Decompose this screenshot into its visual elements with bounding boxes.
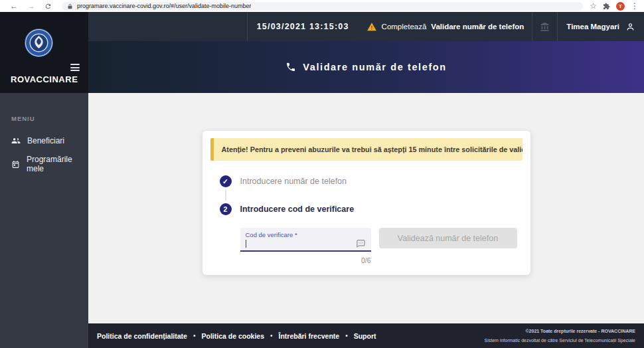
footer-link-faq[interactable]: Întrebări frecvente: [279, 332, 340, 340]
bookmark-star-icon[interactable]: ☆: [590, 2, 597, 10]
page-title: Validare număr de telefon: [303, 62, 446, 72]
browser-forward-icon[interactable]: →: [27, 2, 35, 10]
person-icon: [625, 22, 635, 32]
warning-triangle-icon: [366, 22, 377, 32]
sidebar-menu: MENIU Beneficiari Programările mele: [0, 93, 88, 178]
browser-chrome: ← → programare.vaccinare-covid.gov.ro/#/…: [0, 0, 644, 12]
footer-link-support[interactable]: Suport: [354, 332, 376, 340]
text-caret: [246, 240, 246, 248]
alert-prefix: Completează: [382, 23, 427, 31]
step-2-label: Introducere cod de verificare: [240, 205, 355, 214]
user-account-button[interactable]: Timea Magyari: [558, 12, 644, 41]
menu-section-label: MENIU: [0, 115, 88, 122]
browser-reload-icon[interactable]: [44, 3, 52, 10]
romanian-government-emblem: [24, 28, 54, 60]
user-name: Timea Magyari: [566, 23, 619, 31]
brand-name: ROVACCINARE: [11, 74, 78, 84]
verification-form: Cod de verificare * 0/6 Validează număr …: [240, 228, 523, 264]
validate-phone-button[interactable]: Validează număr de telefon: [379, 228, 517, 248]
char-counter: 0/6: [240, 256, 371, 264]
page-header: Validare număr de telefon: [88, 41, 644, 93]
top-bar: 15/03/2021 13:15:03 Completează Validare…: [88, 12, 644, 41]
footer-link-cookies[interactable]: Politica de cookies: [201, 332, 264, 340]
sidebar: ROVACCINARE MENIU Beneficiari Programări…: [0, 12, 88, 348]
people-icon: [11, 136, 21, 145]
datetime: 15/03/2021 13:15:03: [248, 12, 359, 41]
browser-menu-icon[interactable]: ⋮: [631, 2, 639, 10]
sidebar-item-programarile-mele[interactable]: Programările mele: [0, 150, 88, 178]
developer-credit-text: Sistem informatic dezvoltat de către Ser…: [485, 336, 635, 345]
lock-icon: [67, 3, 73, 9]
logo-block: ROVACCINARE: [0, 12, 88, 93]
copyright-text: ©2021 Toate drepturile rezervate - ROVAC…: [485, 327, 635, 336]
institution-button[interactable]: [532, 12, 557, 41]
screen: ← → programare.vaccinare-covid.gov.ro/#/…: [0, 0, 644, 348]
rate-limit-warning: Atenție! Pentru a preveni abuzurile va t…: [210, 138, 523, 161]
bullet-separator: •: [193, 332, 196, 339]
bullet-separator: •: [270, 332, 273, 339]
validation-card: Atenție! Pentru a preveni abuzurile va t…: [202, 131, 530, 275]
sms-bubble-icon: [356, 239, 366, 248]
notification-alert[interactable]: Completează Validare număr de telefon: [359, 12, 532, 41]
browser-profile-avatar[interactable]: T: [616, 2, 625, 11]
footer-link-privacy[interactable]: Politica de confidențialitate: [97, 332, 187, 340]
extensions-puzzle-icon[interactable]: [603, 3, 610, 10]
sidebar-item-label: Programările mele: [27, 155, 88, 173]
browser-back-icon[interactable]: ←: [10, 2, 18, 10]
footer: Politica de confidențialitate • Politica…: [88, 323, 644, 348]
address-bar[interactable]: programare.vaccinare-covid.gov.ro/#/user…: [62, 2, 583, 11]
bank-building-icon: [540, 22, 550, 32]
stepper: ✓ Introducere număr de telefon 2 Introdu…: [220, 175, 523, 215]
phone-icon: [285, 62, 296, 72]
url-text: programare.vaccinare-covid.gov.ro/#/user…: [77, 3, 251, 9]
sidebar-item-label: Beneficiari: [27, 136, 64, 145]
step-1-row: ✓ Introducere număr de telefon: [220, 175, 523, 187]
sidebar-item-beneficiari[interactable]: Beneficiari: [0, 131, 88, 150]
step-1-label: Introducere număr de telefon: [240, 177, 347, 186]
main-area: Atenție! Pentru a preveni abuzurile va t…: [88, 93, 644, 323]
step-1-check-icon: ✓: [220, 175, 232, 187]
step-2-row: 2 Introducere cod de verificare: [220, 203, 523, 215]
verification-code-label: Cod de verificare *: [246, 231, 366, 238]
verification-code-input[interactable]: Cod de verificare *: [240, 228, 371, 252]
bullet-separator: •: [345, 332, 348, 339]
alert-target: Validare număr de telefon: [431, 23, 524, 31]
step-connector: [225, 190, 226, 201]
calendar-icon: [11, 160, 20, 169]
step-2-number: 2: [220, 203, 232, 215]
sidebar-toggle-hamburger-icon[interactable]: [70, 64, 80, 73]
